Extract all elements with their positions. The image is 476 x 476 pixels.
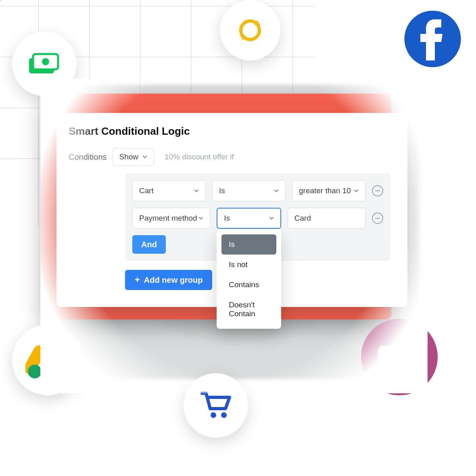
rule-row: Cart Is greater than 10 — [132, 180, 383, 201]
money-integration-icon — [12, 31, 77, 96]
svg-point-6 — [28, 365, 42, 378]
conditions-label: Conditions — [69, 152, 107, 162]
chevron-down-icon — [198, 216, 203, 221]
woo-badge: Woo — [378, 346, 421, 368]
chevron-down-icon — [194, 188, 199, 193]
operator-option[interactable]: Is not — [221, 255, 276, 275]
chevron-down-icon — [274, 188, 279, 193]
rule-value-input[interactable]: Card — [288, 208, 365, 229]
chevron-down-icon — [142, 154, 147, 159]
panel-title: Smart Conditional Logic — [69, 125, 390, 138]
remove-rule-button[interactable] — [372, 185, 383, 196]
operator-option[interactable]: Is — [221, 234, 276, 255]
woocommerce-integration-icon: Woo — [361, 319, 438, 395]
operator-dropdown: Is Is not Contains Doesn't Contain — [217, 230, 281, 329]
operator-option[interactable]: Doesn't Contain — [221, 295, 276, 324]
visibility-select[interactable]: Show — [113, 148, 154, 166]
rule-field-select[interactable]: Payment method — [132, 208, 210, 229]
chevron-down-icon — [269, 216, 274, 221]
google-ads-integration-icon — [12, 325, 83, 395]
and-button[interactable]: And — [132, 235, 166, 254]
svg-point-2 — [42, 58, 49, 65]
rule-operator-select[interactable]: Is — [212, 180, 286, 201]
rule-field-select[interactable]: Cart — [132, 180, 206, 201]
cart-integration-icon — [184, 373, 248, 438]
rule-value-select[interactable]: greater than 10 — [292, 180, 365, 201]
rules-group: Cart Is greater than 10 Payment method I… — [125, 173, 390, 261]
plus-icon: + — [135, 275, 140, 285]
chevron-down-icon — [354, 188, 359, 193]
svg-point-7 — [211, 412, 216, 418]
condition-hint: 10% discount offer if — [165, 152, 234, 161]
rule-row: Payment method Is Is Is not Contains Doe… — [132, 208, 383, 229]
rule-operator-select[interactable]: Is — [217, 208, 281, 229]
facebook-integration-icon — [403, 10, 462, 68]
svg-point-8 — [221, 412, 227, 418]
visibility-select-value: Show — [119, 152, 139, 161]
operator-option[interactable]: Contains — [221, 275, 276, 295]
conditional-logic-panel: Smart Conditional Logic Conditions Show … — [56, 113, 407, 307]
sync-integration-icon — [220, 0, 280, 61]
add-group-button[interactable]: + Add new group — [125, 270, 212, 290]
svg-rect-5 — [43, 343, 69, 377]
remove-rule-button[interactable] — [372, 213, 383, 224]
